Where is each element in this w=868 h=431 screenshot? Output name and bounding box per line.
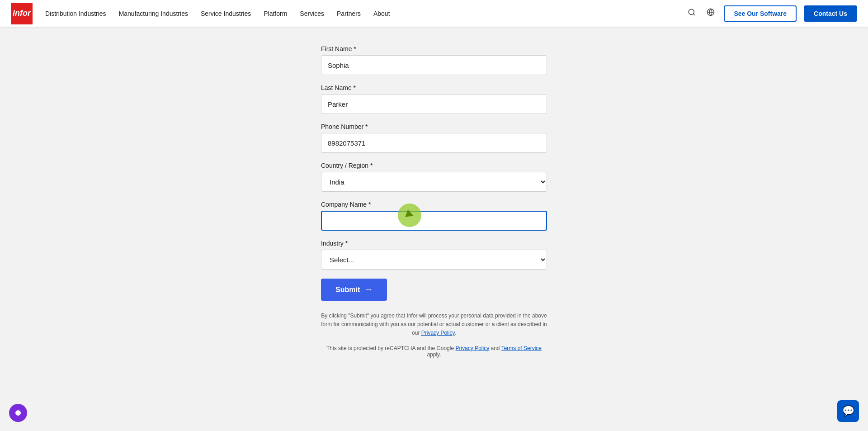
arrow-right-icon: → <box>364 285 373 294</box>
see-software-button[interactable]: See Our Software <box>724 5 797 22</box>
company-label: Company Name * <box>321 201 547 208</box>
nav-manufacturing[interactable]: Manufacturing Industries <box>119 10 188 17</box>
recaptcha-privacy-link[interactable]: Privacy Policy <box>455 345 489 351</box>
recaptcha-apply: apply. <box>427 351 441 358</box>
last-name-input[interactable] <box>321 94 547 114</box>
nav-distribution[interactable]: Distribution Industries <box>45 10 106 17</box>
recaptcha-tos-link[interactable]: Terms of Service <box>501 345 542 351</box>
phone-input[interactable] <box>321 133 547 153</box>
last-name-group: Last Name * <box>321 84 547 114</box>
search-button[interactable] <box>686 6 698 20</box>
nav-services[interactable]: Services <box>300 10 324 17</box>
nav-partners[interactable]: Partners <box>337 10 361 17</box>
chat-widget[interactable]: 💬 <box>837 400 859 422</box>
submit-label: Submit <box>335 286 360 294</box>
notification-dot[interactable] <box>9 404 27 422</box>
globe-button[interactable] <box>705 6 717 20</box>
navbar: infor Distribution Industries Manufactur… <box>0 0 868 27</box>
search-icon <box>688 8 696 16</box>
recaptcha-and: and <box>491 345 500 351</box>
industry-group: Industry * Select... Manufacturing Distr… <box>321 240 547 270</box>
chat-icon: 💬 <box>842 405 854 417</box>
submit-button[interactable]: Submit → <box>321 279 387 301</box>
disclaimer-text: By clicking "Submit" you agree that Info… <box>321 312 547 338</box>
recaptcha-notice: This site is protected by reCAPTCHA and … <box>321 345 547 358</box>
first-name-input[interactable] <box>321 55 547 75</box>
country-select[interactable]: India United States United Kingdom <box>321 172 547 192</box>
phone-group: Phone Number * <box>321 123 547 153</box>
first-name-group: First Name * <box>321 45 547 75</box>
industry-label: Industry * <box>321 240 547 247</box>
nav-service-industries[interactable]: Service Industries <box>201 10 251 17</box>
logo-text: infor <box>13 9 31 18</box>
nav-platform[interactable]: Platform <box>264 10 287 17</box>
notification-dot-inner <box>15 410 21 416</box>
svg-point-0 <box>689 9 694 14</box>
phone-label: Phone Number * <box>321 123 547 130</box>
privacy-policy-link[interactable]: Privacy Policy <box>421 330 455 336</box>
industry-select[interactable]: Select... Manufacturing Distribution Hea… <box>321 250 547 270</box>
globe-icon <box>707 8 715 16</box>
nav-links: Distribution Industries Manufacturing In… <box>45 10 686 17</box>
country-label: Country / Region * <box>321 162 547 169</box>
form-container: First Name * Last Name * Phone Number * … <box>321 36 547 431</box>
svg-line-1 <box>693 14 695 15</box>
main-content: First Name * Last Name * Phone Number * … <box>0 0 868 431</box>
logo[interactable]: infor <box>11 3 33 24</box>
nav-about[interactable]: About <box>373 10 390 17</box>
company-input[interactable] <box>321 211 547 231</box>
country-group: Country / Region * India United States U… <box>321 162 547 192</box>
first-name-label: First Name * <box>321 45 547 52</box>
company-group: Company Name * ◀ <box>321 201 547 231</box>
nav-right: See Our Software Contact Us <box>686 5 857 22</box>
recaptcha-main: This site is protected by reCAPTCHA and … <box>326 345 454 351</box>
contact-button[interactable]: Contact Us <box>804 5 857 22</box>
last-name-label: Last Name * <box>321 84 547 91</box>
